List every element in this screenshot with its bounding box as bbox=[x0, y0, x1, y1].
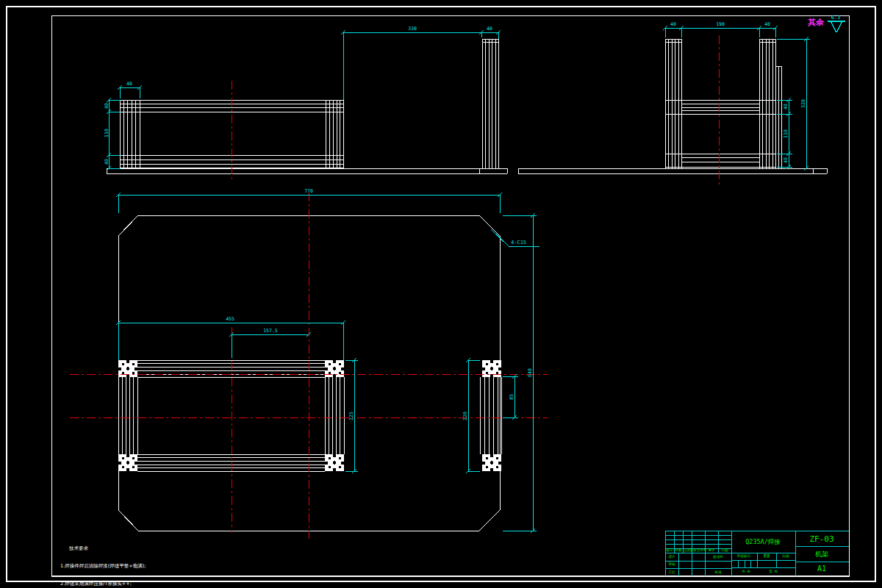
dim-label: 110 bbox=[104, 129, 110, 137]
dim-label: 640 bbox=[527, 368, 533, 377]
surface-finish-symbol: 6.3 bbox=[828, 15, 845, 32]
plan-centerlines bbox=[70, 193, 548, 539]
role-check: 审核 bbox=[669, 563, 675, 567]
revision-header: 签字 bbox=[709, 549, 715, 553]
sheet-border bbox=[7, 7, 875, 581]
sheet-page: 第 张 bbox=[769, 570, 778, 574]
role-design: 设计 bbox=[669, 556, 675, 559]
dim-label: 190 bbox=[716, 21, 725, 27]
dim-label: 40 bbox=[126, 81, 132, 87]
dim-label: 110 bbox=[783, 129, 789, 138]
dim-label: 85 bbox=[509, 394, 514, 400]
note-line: 2.焊缝采用满焊连接/T形接头++; bbox=[60, 581, 146, 587]
stage-header: 重量 bbox=[764, 555, 770, 559]
dim-label: 455 bbox=[226, 316, 234, 322]
front-view: 330 40 40 40 110 40 bbox=[104, 26, 507, 180]
front-dimensions: 330 40 40 40 110 40 bbox=[104, 26, 501, 171]
plan-view: 770 455 157.5 640 225 220 85 4-C15 bbox=[70, 188, 548, 539]
part-name: 机架 bbox=[815, 551, 828, 558]
stage-header: 阶段标记 bbox=[737, 555, 750, 559]
dim-label: 40 bbox=[104, 103, 110, 109]
dim-label: 40 bbox=[487, 26, 492, 32]
dim-label: 40 bbox=[764, 21, 770, 27]
role-standard: 标准化 bbox=[713, 556, 723, 559]
dim-label: 770 bbox=[304, 188, 313, 194]
material-spec: Q235A/焊接 bbox=[745, 539, 781, 545]
dim-label: 40 bbox=[104, 159, 110, 165]
side-dimensions: 40 190 40 40 110 40 320 bbox=[663, 21, 810, 171]
revision-header: 更改文件号 bbox=[690, 549, 707, 553]
dim-label: 225 bbox=[348, 412, 354, 420]
revision-header: 日期 bbox=[722, 549, 728, 553]
role-approve: 批准 bbox=[715, 571, 722, 575]
dim-label: 320 bbox=[800, 99, 806, 108]
dim-label: 157.5 bbox=[263, 328, 278, 334]
dim-label: 330 bbox=[408, 26, 417, 32]
chamfer-callout: 4-C15 bbox=[511, 240, 526, 245]
dim-label: 40 bbox=[783, 157, 789, 163]
surface-roughness-value: 6.3 bbox=[831, 15, 841, 21]
sheet-size: A1 bbox=[817, 565, 826, 573]
revision-header: 标记 bbox=[667, 549, 673, 553]
notes-title: 技术要求 bbox=[60, 545, 146, 551]
surface-finish-prefix: 其余 bbox=[808, 18, 824, 26]
cad-sheet: 330 40 40 40 110 40 40 190 40 40 110 40 … bbox=[0, 0, 882, 588]
role-process: 工艺 bbox=[669, 571, 675, 575]
drawing-canvas: 330 40 40 40 110 40 40 190 40 40 110 40 … bbox=[0, 0, 882, 588]
revision-header: 处数 bbox=[675, 549, 682, 553]
side-view: 40 190 40 40 110 40 320 bbox=[518, 21, 827, 185]
technical-notes: 技术要求 1.焊接件焊后清除焊渣(焊缝平整+饱满); 2.焊缝采用满焊连接/T形… bbox=[60, 534, 146, 588]
dim-label: 40 bbox=[783, 104, 789, 110]
sheet-total: 共 张 bbox=[742, 570, 750, 574]
dim-label: 40 bbox=[670, 21, 676, 27]
dim-label: 220 bbox=[462, 412, 468, 420]
stage-header: 比例 bbox=[783, 555, 789, 559]
note-line: 1.焊接件焊后清除焊渣(焊缝平整+饱满); bbox=[60, 563, 146, 569]
drawing-number: ZF-03 bbox=[809, 535, 833, 543]
